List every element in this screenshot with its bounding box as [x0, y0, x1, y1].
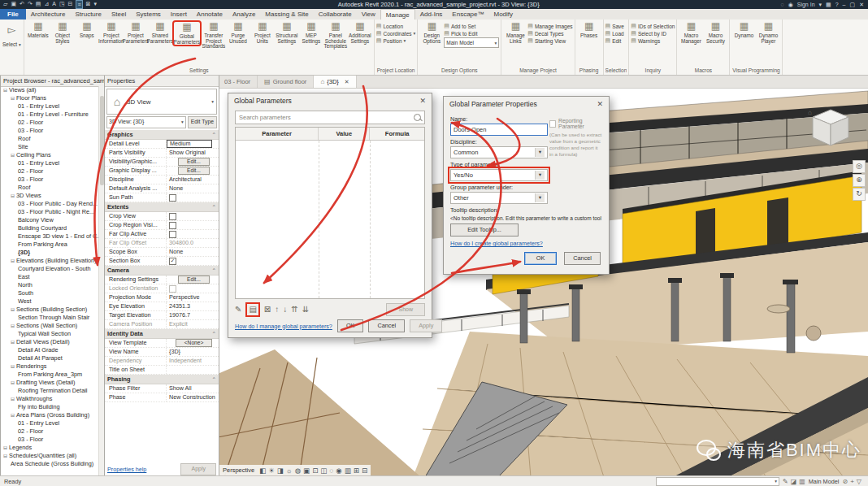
browser-item-schedules-quantities-all[interactable]: ⊟Schedules/Quantities (all) [1, 452, 99, 460]
browser-item-03-floor[interactable]: 03 - Floor [1, 127, 99, 135]
browser-item-from-parking-area-3pm[interactable]: From Parking Area_3pm [1, 371, 99, 379]
purge-unused-button[interactable]: ▦Purge Unused [226, 20, 250, 44]
shadows-icon[interactable]: ◨ [277, 466, 284, 475]
browser-item-ceiling-plans[interactable]: ⊟Ceiling Plans [1, 151, 99, 159]
coordinates-button[interactable]: ▤Coordinates▾ [376, 30, 415, 37]
workset-dropdown[interactable]: ▾ [656, 477, 779, 486]
expander-icon[interactable]: ⊟ [11, 362, 15, 371]
far-clip-active-checkbox[interactable] [169, 231, 176, 238]
browser-item-section-through-main-stair[interactable]: Section Through Main Stair [1, 314, 99, 322]
ribbon-tab-massing-site[interactable]: Massing & Site [260, 9, 313, 20]
text-icon[interactable]: A [52, 0, 56, 9]
structural-settings-button[interactable]: ▦Structural Settings [275, 20, 299, 44]
property-row-parts-visibility[interactable]: Parts VisibilityShow Original [105, 149, 219, 158]
default-3d-view-icon[interactable]: ◳ [59, 0, 65, 9]
graphic-display-edit-button[interactable]: Edit... [178, 167, 210, 175]
browser-item-detail-views-detail[interactable]: ⊟Detail Views (Detail) [1, 338, 99, 346]
browser-item-01-entry-level-furniture[interactable]: 01 - Entry Level - Furniture [1, 111, 99, 119]
expander-icon[interactable]: ⊟ [11, 411, 15, 419]
sort-ascending-icon[interactable]: ⇈ [291, 304, 297, 315]
browser-item-roofing-termination-detail[interactable]: Roofing Termination Detail [1, 387, 99, 395]
expander-icon[interactable]: ⊟ [11, 379, 15, 387]
materials-button[interactable]: ▦Materials [26, 20, 50, 39]
properties-section-phasing[interactable]: Phasing⌃ [105, 375, 219, 384]
cancel-button[interactable]: Cancel [368, 319, 405, 332]
browser-item-02-floor[interactable]: 02 - Floor [1, 427, 99, 436]
ribbon-tab-manage[interactable]: Manage [380, 9, 415, 20]
expander-icon[interactable]: ⊟ [11, 94, 15, 102]
browser-item-detail-at-grade[interactable]: Detail At Grade [1, 346, 99, 354]
help-icon[interactable]: ? [835, 1, 839, 8]
browser-item-03-floor-public-night-re[interactable]: 03 - Floor Public - Night Re... [1, 208, 99, 216]
type-of-parameter-dropdown[interactable]: Yes/No ▼ [450, 169, 548, 181]
view-tab-03-floor[interactable]: 03 - Floor [218, 76, 258, 88]
edit-button[interactable]: ▤Edit [605, 37, 624, 44]
ribbon-tab-insert[interactable]: Insert [166, 9, 192, 20]
properties-section-graphics[interactable]: Graphics⌃ [105, 130, 219, 140]
rendering-dialog-icon[interactable]: ◍ [295, 466, 301, 475]
print-icon[interactable]: ▤ [36, 0, 41, 9]
manage-links-button[interactable]: ▦Manage Links [503, 20, 527, 44]
new-global-parameter-icon[interactable]: ▤ [245, 302, 259, 317]
browser-item-02-floor[interactable]: 02 - Floor [1, 119, 99, 127]
browser-item-roof[interactable]: Roof [1, 135, 99, 143]
discipline-dropdown[interactable]: Common ▼ [450, 146, 548, 158]
edit-type-button[interactable]: Edit Type [188, 116, 217, 128]
browser-item-views-all[interactable]: ⊟Views (all) [1, 86, 99, 94]
browser-item-03-floor[interactable]: 03 - Floor [1, 436, 99, 444]
browser-item-01-entry-level[interactable]: 01 - Entry Level [1, 159, 99, 167]
project-parameters-button[interactable]: ▦Project Parameters [124, 20, 148, 44]
apply-button[interactable]: Apply [410, 319, 442, 332]
expander-icon[interactable]: ⊟ [11, 257, 15, 265]
macro-manager-button[interactable]: ▦Macro Manager [679, 20, 703, 44]
zoom-icon[interactable]: ⊕ [853, 174, 866, 187]
reveal-constraints-icon[interactable]: ⊟ [362, 466, 367, 475]
browser-item-fly-into-building[interactable]: Fly into Building [1, 403, 99, 411]
cancel-button[interactable]: Cancel [564, 252, 601, 265]
ribbon-tab-add-ins[interactable]: Add-Ins [415, 9, 448, 20]
select-dropdown[interactable]: Select ▾ [2, 41, 21, 47]
maximize-icon[interactable]: ▢ [850, 1, 856, 8]
property-row-eye-elevation[interactable]: Eye Elevation24351.3 [105, 302, 219, 311]
ribbon-tab-analyze[interactable]: Analyze [228, 9, 260, 20]
browser-item-02-floor[interactable]: 02 - Floor [1, 167, 99, 176]
browser-item-balcony-view[interactable]: Balcony View [1, 216, 99, 224]
expander-icon[interactable]: ⊟ [3, 452, 7, 460]
browser-item-area-schedule-gross-building[interactable]: Area Schedule (Gross Building) [1, 460, 99, 468]
manage-parameters-help-link[interactable]: How do I manage global parameters? [235, 323, 332, 330]
ribbon-tab-architecture[interactable]: Architecture [26, 9, 71, 20]
browser-item-3d-views[interactable]: ⊟3D Views [1, 192, 99, 200]
browser-item-drafting-views-detail[interactable]: ⊟Drafting Views (Detail) [1, 379, 99, 387]
view-scale-label[interactable]: Perspective [223, 466, 254, 474]
ribbon-tab-view[interactable]: View [357, 9, 380, 20]
filter-icon[interactable]: ▽ [857, 478, 861, 485]
property-row-far-clip-active[interactable]: Far Clip Active [105, 230, 219, 239]
browser-item-north[interactable]: North [1, 281, 99, 289]
browser-item-south[interactable]: South [1, 289, 99, 297]
section-icon[interactable]: ⊟ [68, 0, 73, 9]
modify-button[interactable]: ▻ [7, 20, 15, 41]
press-drag-icon[interactable]: + [850, 478, 854, 485]
property-row-graphic-display[interactable]: Graphic Display ...Edit... [105, 167, 219, 176]
position-button[interactable]: ▤Position▾ [376, 37, 415, 44]
section-box-checkbox[interactable]: ✓ [169, 258, 176, 265]
locked-orientation-checkbox[interactable] [169, 285, 176, 293]
browser-item-enscape-3d-view-1-end-of-c[interactable]: Enscape 3D view 1 - End of C... [1, 232, 99, 241]
manage-images-button[interactable]: ▤Manage Images [527, 23, 572, 29]
rendering-settings-edit-button[interactable]: Edit... [178, 276, 210, 284]
property-row-phase[interactable]: PhaseNew Construction [105, 393, 219, 402]
redo-icon[interactable]: ↷ [28, 0, 33, 9]
ribbon-tab-structure[interactable]: Structure [70, 9, 106, 20]
property-row-far-clip-offset[interactable]: Far Clip Offset304800.0 [105, 239, 219, 248]
browser-item-sections-building-section[interactable]: ⊟Sections (Building Section) [1, 306, 99, 314]
account-icon[interactable]: ◉ [788, 1, 793, 8]
ribbon-tab-modify[interactable]: Modify [488, 9, 518, 20]
property-row-dependency[interactable]: DependencyIndependent [105, 357, 219, 366]
show-button[interactable]: Show [386, 303, 425, 316]
name-input[interactable]: Doors Open [450, 124, 548, 136]
browser-item-sections-wall-section[interactable]: ⊟Sections (Wall Section) [1, 322, 99, 330]
property-row-view-template[interactable]: View Template<None> [105, 339, 219, 348]
ribbon-tab-collaborate[interactable]: Collaborate [314, 9, 357, 20]
properties-help-link[interactable]: Properties help [107, 466, 146, 473]
design-options-icon[interactable]: ▥ [799, 478, 805, 485]
